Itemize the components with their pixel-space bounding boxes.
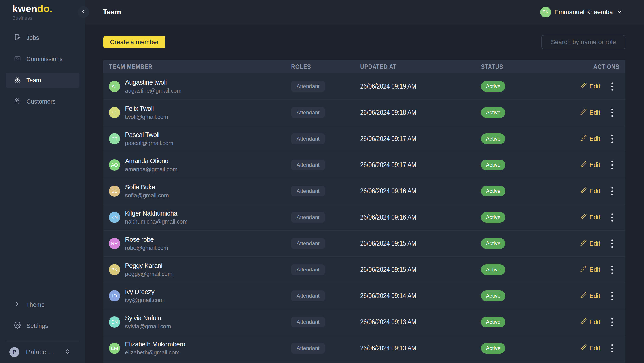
- kebab-menu-button[interactable]: [610, 186, 614, 197]
- sidebar-footer: Theme Settings P Palace ...: [0, 297, 85, 363]
- edit-button[interactable]: Edit: [580, 82, 600, 91]
- edit-label: Edit: [590, 318, 600, 326]
- sidebar-item-team[interactable]: Team: [6, 73, 80, 88]
- actions-cell: Edit: [577, 343, 626, 354]
- kebab-menu-button[interactable]: [610, 81, 614, 92]
- sidebar-collapse-button[interactable]: [78, 6, 89, 18]
- pencil-icon: [580, 82, 587, 91]
- role-chip: Attendant: [291, 264, 325, 275]
- member-avatar: PT: [109, 133, 120, 144]
- kebab-menu-button[interactable]: [610, 290, 614, 301]
- status-cell: Active: [476, 290, 577, 301]
- roles-cell: Attendant: [286, 343, 355, 353]
- status-cell: Active: [476, 107, 577, 118]
- edit-label: Edit: [590, 161, 600, 169]
- member-cell: PT Pascal Twoli pascal@gmail.com: [103, 131, 286, 147]
- status-cell: Active: [476, 160, 577, 170]
- status-cell: Active: [476, 212, 577, 223]
- brand-logo-accent: do.: [37, 3, 52, 14]
- search-input[interactable]: [541, 35, 626, 49]
- status-cell: Active: [476, 317, 577, 327]
- member-cell: KN Kilger Nakhumicha nakhumicha@gmail.co…: [103, 210, 286, 225]
- sidebar-item-customers[interactable]: Customers: [6, 94, 80, 109]
- member-name: Sofia Buke: [125, 184, 169, 191]
- edit-button[interactable]: Edit: [580, 266, 600, 274]
- workspace-label: Palace ...: [26, 348, 54, 356]
- org-chart-icon: [14, 76, 21, 85]
- status-badge: Active: [481, 81, 505, 92]
- table-row: EM Elizabeth Mukombero elizabeth@gmail.c…: [103, 335, 626, 361]
- kebab-menu-button[interactable]: [610, 238, 614, 249]
- member-cell: RR Rose robe robe@gmail.com: [103, 236, 286, 251]
- status-badge: Active: [481, 238, 505, 249]
- roles-cell: Attendant: [286, 107, 355, 118]
- updated-cell: 26/06/2024 09:17 AM: [355, 161, 476, 169]
- edit-button[interactable]: Edit: [580, 135, 600, 143]
- edit-button[interactable]: Edit: [580, 109, 600, 117]
- workspace-selector[interactable]: P Palace ...: [6, 341, 80, 363]
- role-chip: Attendant: [291, 343, 325, 353]
- edit-button[interactable]: Edit: [580, 239, 600, 248]
- member-email: pascal@gmail.com: [125, 140, 173, 147]
- role-chip: Attendant: [291, 107, 325, 118]
- chevron-down-icon: [616, 9, 623, 16]
- status-badge: Active: [481, 317, 505, 327]
- kebab-menu-button[interactable]: [610, 107, 614, 118]
- sidebar-item-label: Jobs: [26, 35, 39, 41]
- column-header-actions: ACTIONS: [577, 63, 626, 71]
- user-menu[interactable]: EK Emmanuel Khaemba: [540, 7, 623, 18]
- table-row-partial: [103, 361, 626, 363]
- updated-cell: 26/06/2024 09:18 AM: [355, 109, 476, 117]
- kebab-menu-button[interactable]: [610, 264, 614, 275]
- edit-button[interactable]: Edit: [580, 213, 600, 222]
- kebab-menu-button[interactable]: [610, 317, 614, 328]
- workspace-avatar: P: [10, 347, 19, 357]
- edit-button[interactable]: Edit: [580, 292, 600, 300]
- sidebar-item-settings[interactable]: Settings: [6, 318, 80, 333]
- member-avatar: AT: [109, 81, 120, 92]
- role-chip: Attendant: [291, 133, 325, 144]
- sidebar-item-jobs[interactable]: Jobs: [6, 31, 80, 45]
- actions-cell: Edit: [577, 81, 626, 92]
- member-email: twoli@gmail.com: [125, 114, 168, 120]
- status-badge: Active: [481, 343, 505, 353]
- edit-label: Edit: [590, 345, 600, 352]
- kebab-menu-button[interactable]: [610, 343, 614, 354]
- user-name: Emmanuel Khaemba: [554, 9, 613, 16]
- sidebar-item-label: Team: [26, 77, 41, 84]
- table-row: PK Peggy Karani peggy@gmail.com Attendan…: [103, 257, 626, 283]
- create-member-button[interactable]: Create a member: [103, 36, 166, 48]
- kebab-menu-button[interactable]: [610, 212, 614, 223]
- pencil-icon: [580, 344, 587, 352]
- document-edit-icon: [14, 34, 21, 42]
- topbar: Team EK Emmanuel Khaemba: [85, 0, 644, 24]
- table-row: FT Felix Twoli twoli@gmail.com Attendant…: [103, 100, 626, 126]
- edit-button[interactable]: Edit: [580, 344, 600, 352]
- table-row: ID Ivy Dreezy ivy@gmail.com Attendant 26…: [103, 283, 626, 309]
- pencil-icon: [580, 292, 587, 300]
- table-row: SN Sylvia Nafula sylvia@gmail.com Attend…: [103, 309, 626, 335]
- roles-cell: Attendant: [286, 160, 355, 170]
- sidebar-item-theme[interactable]: Theme: [6, 297, 80, 312]
- pencil-icon: [580, 239, 587, 248]
- edit-button[interactable]: Edit: [580, 318, 600, 326]
- app-root: kwendo. Business Jobs Commissions: [0, 0, 644, 363]
- roles-cell: Attendant: [286, 317, 355, 327]
- member-avatar: EM: [109, 343, 120, 354]
- table-row: RR Rose robe robe@gmail.com Attendant 26…: [103, 230, 626, 257]
- status-cell: Active: [476, 81, 577, 92]
- kebab-menu-button[interactable]: [610, 133, 614, 144]
- member-identity: Peggy Karani peggy@gmail.com: [125, 262, 172, 277]
- member-name: Rose robe: [125, 236, 168, 243]
- member-name: Elizabeth Mukombero: [125, 341, 185, 348]
- edit-button[interactable]: Edit: [580, 187, 600, 195]
- kebab-menu-button[interactable]: [610, 160, 614, 171]
- sidebar: kwendo. Business Jobs Commissions: [0, 0, 85, 363]
- updated-cell: 26/06/2024 09:15 AM: [355, 239, 476, 247]
- member-name: Felix Twoli: [125, 105, 168, 112]
- sidebar-item-commissions[interactable]: Commissions: [6, 52, 80, 67]
- member-email: robe@gmail.com: [125, 244, 168, 251]
- chevron-right-icon: [14, 301, 20, 309]
- member-avatar: SN: [109, 316, 120, 328]
- edit-button[interactable]: Edit: [580, 161, 600, 169]
